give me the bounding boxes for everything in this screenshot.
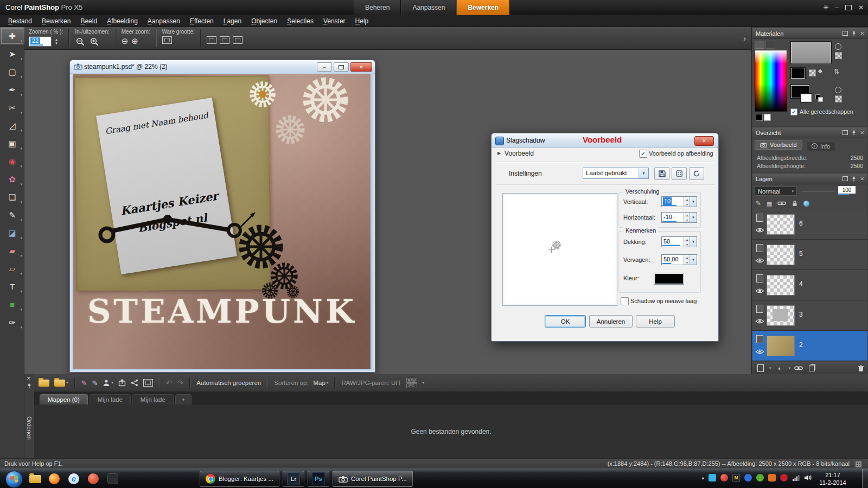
panel-pin-icon[interactable]	[851, 31, 857, 36]
flyout-caret-icon[interactable]: ▾	[20, 290, 22, 294]
doc-minimize-button[interactable]: –	[317, 62, 332, 72]
pattern-style-icon[interactable]	[809, 69, 816, 76]
tray-icon-4[interactable]	[756, 474, 764, 481]
flyout-caret-icon[interactable]: ▾	[20, 129, 22, 133]
new-layer-button[interactable]	[756, 364, 765, 372]
menu-effecten[interactable]: Effecten	[185, 15, 219, 27]
transparent-toggle-icon[interactable]	[835, 43, 841, 50]
tool-pen[interactable]: ✑▾	[0, 313, 24, 331]
tab-beheren[interactable]: Beheren	[354, 0, 401, 15]
flyout-caret-icon[interactable]: ▾	[20, 325, 22, 330]
transparent-toggle-icon[interactable]	[835, 87, 841, 93]
blend-mode-dropdown[interactable]: Normaal ▾	[755, 187, 797, 196]
tool-pan[interactable]: ✚▾	[0, 27, 24, 45]
adjustment-layer-button[interactable]: ◐	[775, 364, 785, 372]
layer-thumbnail[interactable]	[767, 214, 795, 235]
tray-icon-3[interactable]	[744, 474, 752, 481]
tool-selection[interactable]: ▢▾	[0, 63, 24, 81]
actual-size-icon[interactable]	[162, 36, 172, 44]
layer-row[interactable]: 5	[752, 240, 867, 270]
flyout-caret-icon[interactable]: ▾	[20, 111, 22, 115]
organizer-vertical-label[interactable]: Ordenen	[26, 416, 33, 440]
gradient-style-icon[interactable]: ◆	[818, 68, 822, 74]
app-dark-icon[interactable]	[107, 473, 118, 484]
menu-lagen[interactable]: Lagen	[219, 15, 246, 27]
flyout-caret-icon[interactable]: ▾	[20, 146, 22, 151]
organizer-close-icon[interactable]: ✕	[27, 376, 31, 381]
taskbar-button-lightroom[interactable]: Lr	[283, 471, 304, 487]
flyout-caret-icon[interactable]: ▾	[20, 236, 22, 240]
slider-drop-icon[interactable]: ▼	[690, 197, 697, 207]
layers-panel-header[interactable]: Lagen ✕	[752, 174, 867, 184]
panel-close-icon[interactable]: ✕	[860, 176, 864, 182]
link-layers-icon[interactable]	[777, 201, 786, 206]
all-tools-checkbox[interactable]: ✔	[790, 108, 797, 115]
auto-group-button[interactable]: Automatisch groeperen	[196, 380, 261, 386]
tray-icon-5[interactable]	[768, 474, 776, 481]
statusbar-grid-icon[interactable]	[856, 461, 861, 467]
tool-background-eraser[interactable]: ▱▾	[0, 260, 24, 278]
layer-name[interactable]: 6	[799, 220, 803, 227]
layer-thumbnail[interactable]	[767, 245, 795, 265]
section-voorbeeld-label[interactable]: Voorbeeld	[505, 150, 534, 157]
zoom-plus-icon[interactable]: ⊕	[131, 36, 138, 46]
rotate-left-icon[interactable]: ↶	[166, 378, 173, 387]
layer-row[interactable]: 6	[752, 209, 867, 240]
flyout-caret-icon[interactable]: ▾	[20, 57, 22, 61]
flyout-caret-icon[interactable]: ▾	[20, 39, 22, 43]
highlight-ball-icon[interactable]	[803, 201, 809, 207]
edit-brush-icon[interactable]: ✎	[756, 200, 761, 207]
tool-picture-frame[interactable]: ▣▾	[0, 134, 24, 152]
explorer-icon[interactable]	[29, 473, 40, 484]
panel-float-icon[interactable]	[843, 176, 848, 181]
document-titlebar[interactable]: steampunk1.psd* @ 22% (2) – ✕	[70, 60, 375, 74]
swap-colors-icon[interactable]: ⇅	[834, 68, 839, 75]
doc-close-button[interactable]: ✕	[350, 62, 372, 72]
layer-visibility-icon[interactable]	[755, 227, 764, 233]
flyout-caret-icon[interactable]: ▾	[20, 75, 22, 79]
shadow-new-layer-checkbox[interactable]	[621, 297, 629, 305]
tool-dropper[interactable]: ✒▾	[0, 81, 24, 99]
tool-pick[interactable]: ➤▾	[0, 45, 24, 63]
blur-spinbox[interactable]: 50,00 ▲▼ ▼	[661, 254, 697, 265]
preview-on-image-checkbox[interactable]: ✔	[639, 150, 647, 158]
layer-name[interactable]: 4	[799, 280, 803, 288]
start-button[interactable]	[5, 471, 23, 488]
mask-grid-icon[interactable]: ▦	[767, 200, 772, 207]
document-window[interactable]: steampunk1.psd* @ 22% (2) – ✕	[69, 60, 375, 373]
tab-mijn-lade-1[interactable]: Mijn lade	[90, 394, 131, 404]
dialog-titlebar[interactable]: Slagschaduw Voorbeeld ✕	[492, 133, 718, 148]
layer-visibility-icon[interactable]	[755, 258, 764, 264]
tray-icon-norton[interactable]: N	[732, 474, 740, 481]
add-tray-button[interactable]: +	[175, 394, 192, 404]
panel-close-icon[interactable]: ✕	[860, 31, 864, 36]
vertical-spinbox[interactable]: 10 ▲▼ ▼	[661, 196, 697, 207]
spin-down-icon[interactable]: ▼	[55, 42, 58, 46]
menu-help[interactable]: Help	[350, 15, 374, 27]
flyout-caret-icon[interactable]: ▾	[20, 218, 22, 222]
rawjpg-caret-icon[interactable]: ▾	[422, 381, 424, 385]
dialog-close-button[interactable]: ✕	[694, 136, 714, 146]
organizer-content[interactable]: Geen bestanden gevonden.	[34, 404, 868, 458]
foreground-color-swatch[interactable]	[790, 67, 806, 79]
firefox-icon[interactable]	[49, 473, 60, 484]
taskbar-button-paintshop[interactable]: Corel PaintShop P...	[333, 471, 413, 487]
taskbar-button-blogger[interactable]: Blogger: Kaartjes ...	[200, 471, 279, 487]
flyout-caret-icon[interactable]: ▾	[20, 93, 22, 97]
tab-bewerken[interactable]: Bewerken	[456, 0, 510, 15]
panel-pin-icon[interactable]	[851, 130, 857, 136]
layer-row[interactable]: 4	[752, 270, 867, 300]
help-button[interactable]: Help	[636, 315, 675, 328]
layer-thumbnail[interactable]	[767, 275, 795, 296]
fit-window-icon[interactable]	[220, 36, 229, 44]
white-swatch[interactable]	[764, 114, 771, 121]
adjustment-caret-icon[interactable]: ▾	[789, 366, 791, 370]
tool-clone-brush[interactable]: ❏▾	[0, 188, 24, 206]
layer-visibility-icon[interactable]	[755, 349, 764, 355]
tray-icon-1[interactable]	[709, 474, 716, 481]
organizer-pin-icon[interactable]	[27, 383, 32, 389]
menu-afbeelding[interactable]: Afbeelding	[102, 15, 143, 27]
section-expand-icon[interactable]: ▶	[497, 151, 501, 156]
menu-objecten[interactable]: Objecten	[246, 15, 282, 27]
sort-by-dropdown[interactable]: Map▾	[314, 380, 329, 386]
